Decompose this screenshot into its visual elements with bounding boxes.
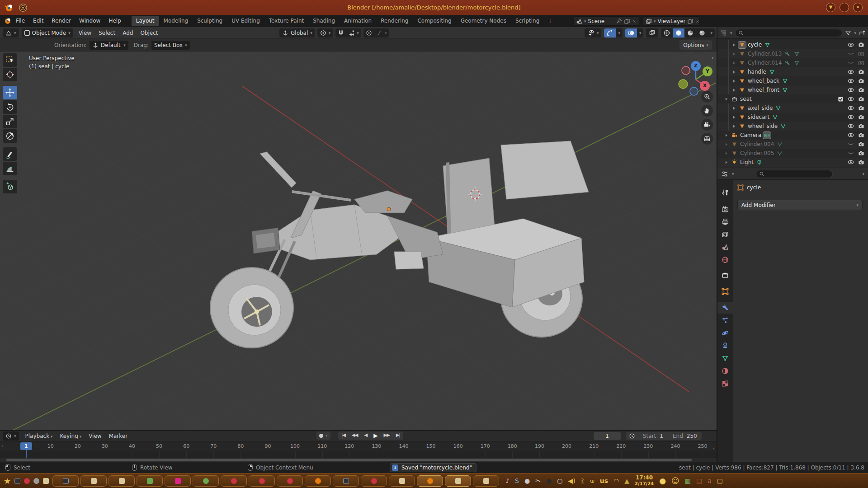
timeline-menu-keying[interactable]: Keying ▾ (56, 433, 85, 439)
disable-render-toggle[interactable] (858, 60, 864, 66)
tray-books-icon[interactable]: ▤ (696, 477, 702, 484)
taskbar-slot-bottle[interactable] (137, 475, 163, 487)
properties-tab-render[interactable] (717, 203, 733, 215)
close-icon[interactable] (695, 18, 700, 24)
hide-viewport-toggle[interactable] (848, 150, 854, 156)
editor-type-button[interactable]: ▾ (3, 28, 19, 38)
taskbar-slot-document[interactable] (473, 475, 499, 487)
tray-bluetooth-icon[interactable]: ᛒ (581, 477, 585, 484)
chevron-down-icon[interactable]: ▾ (862, 172, 864, 176)
timeline-track[interactable] (0, 451, 717, 458)
disable-render-toggle[interactable] (858, 69, 864, 75)
new-collection-icon[interactable] (859, 30, 865, 36)
ortho-toggle-button[interactable] (701, 133, 713, 145)
disable-render-toggle[interactable] (858, 141, 864, 147)
tool-transform[interactable] (3, 129, 17, 143)
properties-tab-modifier[interactable] (717, 302, 733, 314)
drag-setting-dropdown[interactable]: Select Box▾ (151, 41, 190, 50)
viewport-menu-object[interactable]: Object (137, 30, 161, 36)
sidebar-toggle-arrow[interactable]: ‹ (712, 54, 714, 61)
auto-keying-toggle[interactable]: ▾ (316, 432, 330, 440)
camera-view-button[interactable] (701, 119, 713, 131)
frame-end-field[interactable]: End 250 (668, 432, 702, 440)
disable-render-toggle[interactable] (858, 96, 864, 102)
workspace-tab-modeling[interactable]: Modeling (159, 16, 193, 26)
launcher-terminal-icon[interactable] (14, 478, 20, 484)
ruler-right-arrow[interactable]: ‹ (713, 446, 715, 451)
properties-editor-icon[interactable] (721, 170, 728, 178)
disable-render-toggle[interactable] (858, 114, 864, 120)
current-frame-field[interactable]: 1 (594, 432, 621, 440)
outliner-row-wheel_front[interactable]: wheel_front (717, 85, 868, 94)
window-minimize-button[interactable]: − (840, 3, 849, 12)
shading-mode-group[interactable]: ▾ (661, 28, 715, 38)
hide-viewport-toggle[interactable] (848, 105, 854, 111)
hide-viewport-toggle[interactable] (848, 60, 854, 66)
outliner-row-axel_side[interactable]: axel_side (717, 103, 868, 113)
launcher-star-icon[interactable]: ★ (4, 476, 11, 486)
menubar-menu-render[interactable]: Render (47, 16, 75, 26)
workspace-tab-texture-paint[interactable]: Texture Paint (264, 16, 308, 26)
outliner-row-Cylinder.005[interactable]: Cylinder.005 (717, 149, 868, 158)
taskbar-slot-player[interactable] (277, 475, 303, 487)
timeline-ruler[interactable]: 1020304050607080901001101201301401501601… (0, 441, 717, 451)
tray-calculator-icon[interactable]: ▦ (685, 477, 691, 484)
workspace-tab-scripting[interactable]: Scripting (511, 16, 544, 26)
pin-icon[interactable] (857, 184, 863, 191)
snapping-group[interactable]: ▾ (335, 28, 361, 38)
next-keyframe-button[interactable]: ▶▶ (380, 432, 392, 440)
hide-viewport-toggle[interactable] (848, 51, 854, 57)
properties-tab-particles[interactable] (717, 314, 733, 326)
outliner-row-Cylinder.014[interactable]: Cylinder.014 (717, 58, 868, 67)
falloff-dropdown[interactable]: ▾ (374, 28, 389, 38)
hide-viewport-toggle[interactable] (848, 78, 854, 84)
axis-neg-z-ball[interactable] (690, 87, 698, 95)
collection-checkbox[interactable] (838, 96, 844, 102)
taskbar-slot-media[interactable] (165, 475, 191, 487)
shading-material-button[interactable] (684, 28, 696, 38)
tool-annotate[interactable] (3, 147, 17, 161)
workspace-tab-compositing[interactable]: Compositing (413, 16, 456, 26)
properties-tab-physics[interactable] (717, 327, 733, 339)
tool-rotate[interactable] (3, 100, 17, 114)
outliner-search-input[interactable] (735, 29, 843, 37)
disable-render-toggle[interactable] (858, 42, 864, 48)
snap-toggle[interactable] (335, 28, 346, 38)
transform-orientation-dropdown[interactable]: Global▾ (279, 28, 315, 38)
shading-rendered-button[interactable] (696, 28, 708, 38)
ruler-left-arrow[interactable]: › (1, 443, 3, 448)
tool-scale[interactable] (3, 115, 17, 128)
scene-selector[interactable]: ▾ Scene (573, 16, 639, 26)
disable-render-toggle[interactable] (858, 123, 864, 129)
tray-wifi-icon[interactable]: ◠ (613, 477, 619, 484)
visibility-dropdown[interactable]: ▾ (585, 28, 602, 38)
properties-search-input[interactable] (756, 170, 833, 178)
motorcycle-model[interactable] (210, 141, 589, 348)
axis-neg-x-ball[interactable] (682, 66, 690, 75)
tray-paw-icon[interactable]: ● (524, 477, 530, 484)
viewlayer-selector[interactable]: ▾ ViewLayer (643, 16, 700, 26)
tray-skype-icon[interactable]: S (515, 477, 519, 484)
outliner-editor-icon[interactable] (720, 29, 727, 37)
timeline-editor-type-button[interactable]: ▾ (3, 432, 19, 441)
menubar-menu-file[interactable]: File (12, 16, 29, 26)
options-button[interactable]: Options▾ (679, 40, 712, 50)
snap-target-dropdown[interactable]: ▾ (346, 28, 361, 38)
taskbar-slot-blender-audio[interactable] (305, 475, 331, 487)
outliner-row-handle[interactable]: handle (717, 67, 868, 76)
workspace-tab-layout[interactable]: Layout (132, 16, 159, 26)
workspace-tab-uv-editing[interactable]: UV Editing (227, 16, 264, 26)
outliner-row-Cylinder.004[interactable]: Cylinder.004 (717, 140, 868, 149)
launcher-media-player-icon[interactable] (24, 478, 30, 484)
outliner-row-Camera[interactable]: Camera (717, 131, 868, 140)
tool-cursor[interactable] (3, 68, 17, 81)
tray-usb-icon[interactable]: ⟒ (590, 477, 594, 485)
orientation-setting-dropdown[interactable]: Default▾ (90, 41, 128, 50)
jump-to-start-button[interactable]: |◀ (338, 432, 349, 440)
prev-keyframe-button[interactable]: ◀◀ (349, 432, 361, 440)
menubar-menu-help[interactable]: Help (104, 16, 125, 26)
tray-ball2-icon[interactable]: ● (659, 476, 666, 485)
menubar-menu-edit[interactable]: Edit (29, 16, 47, 26)
tray-music-icon[interactable]: ♪ (505, 477, 509, 484)
properties-tab-texture[interactable] (717, 378, 733, 389)
